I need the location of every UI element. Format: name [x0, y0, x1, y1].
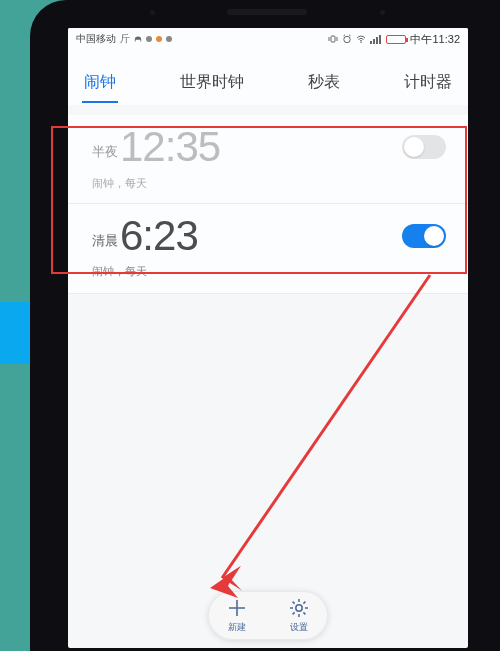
alarm-subtitle: 闹钟，每天	[68, 176, 468, 204]
alarm-ampm-label: 清晨	[92, 232, 118, 250]
status-bar: 中国移动 斤 中午11:32	[68, 28, 468, 50]
alarm-ampm-label: 半夜	[92, 143, 118, 161]
alarm-icon	[342, 34, 352, 44]
sensor-dot	[150, 10, 155, 15]
status-time: 中午11:32	[410, 32, 460, 47]
settings-label: 设置	[290, 621, 308, 634]
new-alarm-label: 新建	[228, 621, 246, 634]
svg-rect-9	[376, 37, 378, 44]
alarm-time: 6:23	[120, 212, 198, 260]
svg-point-6	[361, 42, 362, 43]
alarm-row[interactable]: 半夜 12:35 闹钟，每天	[68, 115, 468, 204]
speaker-grille	[227, 9, 307, 15]
notification-dot	[156, 36, 162, 42]
svg-point-13	[296, 605, 302, 611]
settings-button[interactable]: 设置	[288, 597, 310, 634]
tab-timer[interactable]: 计时器	[402, 68, 454, 97]
tab-alarm[interactable]: 闹钟	[82, 68, 118, 97]
alarm-toggle[interactable]	[402, 135, 446, 159]
phone-frame: 中国移动 斤 中午11:32 闹钟 世界时钟 秒表 计时器	[30, 0, 500, 651]
sensor-dot	[380, 10, 385, 15]
tab-bar: 闹钟 世界时钟 秒表 计时器	[68, 50, 468, 105]
svg-line-5	[349, 35, 351, 36]
svg-line-4	[344, 35, 346, 36]
alarm-time: 12:35	[120, 123, 220, 171]
signal-icon	[370, 34, 382, 44]
alarm-list: 半夜 12:35 闹钟，每天 清晨 6:23	[68, 105, 468, 294]
plus-icon	[226, 597, 248, 619]
bottom-bar: 新建 设置	[208, 591, 328, 640]
svg-rect-7	[370, 41, 372, 44]
vibrate-icon	[328, 34, 338, 44]
svg-point-3	[344, 36, 350, 42]
app-indicator: 斤	[120, 32, 130, 46]
tab-stopwatch[interactable]: 秒表	[306, 68, 342, 97]
svg-rect-0	[331, 36, 335, 42]
notification-dot	[146, 36, 152, 42]
screen: 中国移动 斤 中午11:32 闹钟 世界时钟 秒表 计时器	[68, 28, 468, 648]
alarm-row[interactable]: 清晨 6:23 闹钟，每天	[68, 204, 468, 294]
carrier-label: 中国移动	[76, 32, 116, 46]
alarm-toggle[interactable]	[402, 224, 446, 248]
alarm-subtitle: 闹钟，每天	[68, 264, 468, 294]
battery-icon	[386, 35, 406, 44]
notification-dot	[166, 36, 172, 42]
headphone-icon	[134, 35, 142, 43]
tab-world-clock[interactable]: 世界时钟	[178, 68, 246, 97]
wifi-icon	[356, 34, 366, 44]
svg-rect-8	[373, 39, 375, 44]
new-alarm-button[interactable]: 新建	[226, 597, 248, 634]
gear-icon	[288, 597, 310, 619]
svg-rect-10	[379, 35, 381, 44]
